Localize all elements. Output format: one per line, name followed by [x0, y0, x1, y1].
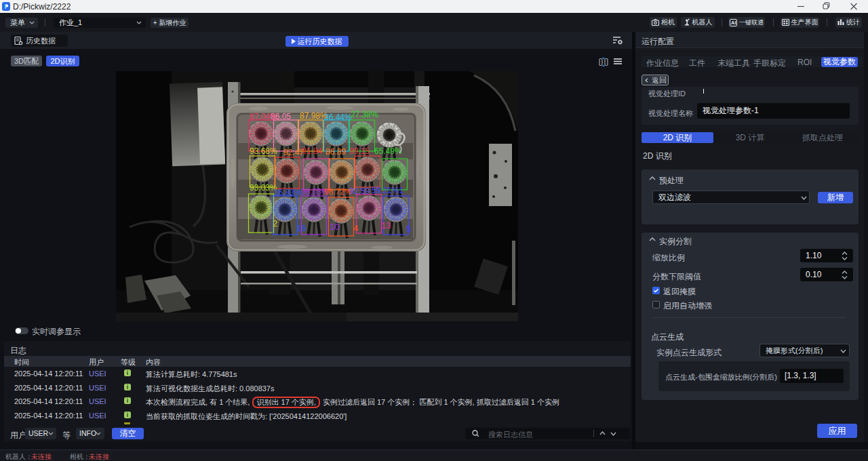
svg-text:16.83%: 16.83%	[274, 188, 302, 197]
svg-text:96.72%: 96.72%	[324, 187, 352, 197]
svg-text:89.15: 89.15	[349, 146, 370, 156]
svg-text:10: 10	[330, 222, 339, 232]
svg-text:92.59: 92.59	[349, 186, 370, 196]
svg-text:91.84: 91.84	[302, 146, 322, 156]
svg-text:93.03%: 93.03%	[250, 183, 277, 193]
svg-text:86.89: 86.89	[326, 147, 346, 157]
svg-text:86.05: 86.05	[271, 112, 291, 121]
svg-text:27.38%: 27.38%	[351, 110, 378, 119]
svg-text:92.47: 92.47	[283, 148, 304, 157]
svg-text:65.49%: 65.49%	[374, 146, 402, 156]
svg-text:87.98%: 87.98%	[300, 111, 328, 121]
svg-text:93.68%: 93.68%	[250, 146, 277, 156]
svg-text:13: 13	[381, 220, 391, 230]
svg-text:59.21%1: 59.21%1	[372, 186, 404, 195]
svg-text:5: 5	[406, 224, 411, 234]
svg-text:4: 4	[353, 223, 358, 233]
svg-text:36.44%: 36.44%	[324, 113, 352, 122]
svg-text:2: 2	[273, 218, 277, 228]
svg-text:16: 16	[296, 223, 306, 233]
